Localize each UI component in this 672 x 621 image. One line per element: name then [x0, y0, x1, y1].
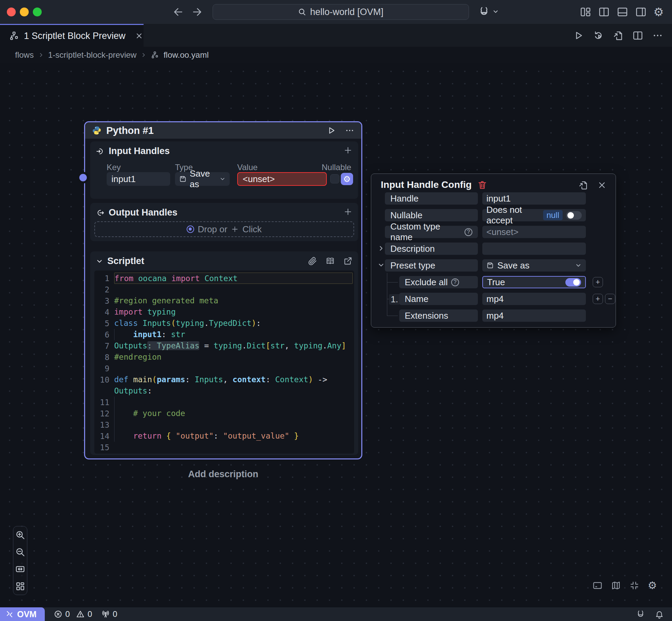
indent-guide	[114, 397, 115, 442]
chevron-right-icon[interactable]	[377, 245, 385, 252]
breadcrumb-separator-icon	[38, 52, 44, 58]
tree-connector	[387, 273, 387, 316]
node-header[interactable]: Python #1	[85, 122, 361, 139]
command-search-bar[interactable]: hello-world [OVM]	[213, 4, 469, 20]
code-line[interactable]: 3#region generated meta	[94, 295, 354, 306]
settings-gear-icon[interactable]: ⚙	[654, 6, 664, 18]
canvas-zoom-toolbar	[13, 526, 27, 595]
canvas-settings-icon[interactable]: ⚙	[648, 580, 657, 591]
code-line[interactable]: 5class Inputs(typing.TypedDict):	[94, 318, 354, 329]
tab-close-icon[interactable]	[135, 32, 143, 40]
exclude-all-toggle[interactable]	[565, 278, 581, 287]
open-external-icon[interactable]	[343, 256, 353, 266]
help-icon[interactable]: ?	[451, 278, 459, 286]
split-columns-icon[interactable]	[598, 6, 610, 18]
handle-value-input[interactable]: <unset>	[237, 172, 327, 186]
input-handle-config-panel: Input Handle Config Handle input1 Nullab…	[371, 174, 616, 328]
add-input-handle-icon[interactable]	[343, 146, 353, 155]
handle-config-gear-button[interactable]: ⚙	[341, 173, 353, 185]
assistant-cat-icon[interactable]	[636, 609, 645, 619]
rerun-icon[interactable]	[593, 30, 604, 41]
layout-grid-icon[interactable]	[580, 6, 591, 18]
handle-key-input[interactable]: input1	[107, 172, 170, 186]
zoom-out-icon[interactable]	[15, 547, 25, 557]
node-more-icon[interactable]	[345, 126, 354, 135]
breadcrumb-item-folder[interactable]: 1-scriptlet-block-preview	[48, 50, 137, 60]
custom-type-input[interactable]: <unset>	[482, 226, 586, 238]
extensions-input[interactable]: mp4	[482, 309, 586, 322]
code-line[interactable]: 10def main(params: Inputs, context: Cont…	[94, 374, 354, 385]
back-icon[interactable]	[173, 6, 184, 18]
tab-scriptlet-block-preview[interactable]: 1 Scriptlet Block Preview	[0, 24, 144, 47]
auto-layout-icon[interactable]	[15, 581, 25, 591]
docs-book-icon[interactable]	[325, 256, 335, 266]
name-input[interactable]: mp4	[482, 293, 586, 305]
add-entry-button[interactable]: +	[593, 294, 603, 304]
minimap-icon[interactable]	[611, 580, 621, 591]
minimize-window-button[interactable]	[20, 8, 29, 16]
description-input[interactable]	[482, 243, 586, 255]
close-window-button[interactable]	[7, 8, 16, 16]
code-line[interactable]: 14 return { "output": "output_value" }	[94, 430, 354, 442]
add-output-handle-icon[interactable]	[343, 207, 353, 217]
zoom-in-icon[interactable]	[15, 530, 25, 540]
add-type-entry-button[interactable]: +	[593, 277, 603, 287]
code-line[interactable]: Outputs:	[94, 385, 354, 397]
python-node[interactable]: Python #1 Input Handles Key Type Value N…	[84, 121, 362, 459]
add-description-button[interactable]: Add description	[188, 469, 258, 480]
close-panel-icon[interactable]	[597, 180, 607, 190]
code-line[interactable]: 13	[94, 419, 354, 430]
handle-name-input[interactable]: input1	[482, 192, 586, 205]
code-editor[interactable]: 1from oocana import Context23#region gen…	[94, 271, 354, 454]
broadcast-indicator[interactable]: 0	[101, 609, 117, 619]
nullable-label: Nullable	[385, 209, 478, 221]
handle-type-select[interactable]: Save as	[175, 172, 230, 186]
remove-entry-button[interactable]: −	[605, 294, 615, 304]
code-line[interactable]: 7Outputs: TypeAlias = typing.Dict[str, t…	[94, 340, 354, 351]
nullable-toggle[interactable]	[566, 211, 582, 220]
export-file-icon[interactable]	[613, 30, 623, 41]
copy-config-icon[interactable]	[578, 180, 588, 190]
config-panel-title: Input Handle Config	[381, 179, 472, 190]
code-line[interactable]: 2	[94, 284, 354, 295]
tab-title: 1 Scriptlet Block Preview	[24, 31, 125, 41]
run-flow-icon[interactable]	[573, 30, 584, 41]
split-editor-icon[interactable]	[632, 30, 643, 41]
panel-right-icon[interactable]	[635, 6, 647, 18]
preset-type-select[interactable]: Save as	[482, 259, 586, 272]
code-line[interactable]: 11	[94, 397, 354, 408]
code-line[interactable]: 6 input1: str	[94, 329, 354, 340]
fit-width-icon[interactable]	[15, 564, 25, 574]
preview-panel-icon[interactable]	[592, 580, 603, 591]
code-line[interactable]: 8#endregion	[94, 351, 354, 363]
code-line[interactable]: 9	[94, 363, 354, 374]
exclude-all-label: Exclude all ?	[399, 276, 478, 288]
assistant-cat-icon	[478, 5, 490, 18]
nullable-checkbox[interactable]	[330, 174, 339, 183]
chevron-down-icon[interactable]	[377, 261, 385, 269]
delete-handle-trash-icon[interactable]	[477, 180, 487, 190]
notifications-bell-icon[interactable]	[655, 610, 664, 619]
problems-indicator[interactable]: 0 0	[54, 609, 92, 619]
panel-bottom-icon[interactable]	[617, 6, 628, 18]
input-connection-port[interactable]	[77, 172, 89, 183]
more-actions-icon[interactable]	[652, 30, 663, 41]
code-line[interactable]: 12 # your code	[94, 408, 354, 419]
save-as-icon	[486, 262, 494, 269]
code-line[interactable]: 15	[94, 442, 354, 453]
code-line[interactable]: 1from oocana import Context	[94, 273, 354, 284]
maximize-window-button[interactable]	[33, 8, 42, 16]
code-line[interactable]: 4import typing	[94, 306, 354, 318]
collapse-chevron-icon[interactable]	[96, 258, 103, 265]
help-icon[interactable]: ?	[465, 228, 472, 236]
forward-icon[interactable]	[191, 6, 203, 18]
flow-canvas[interactable]: Python #1 Input Handles Key Type Value N…	[0, 63, 672, 607]
breadcrumb-item-file[interactable]: flow.oo.yaml	[163, 50, 209, 60]
attachment-icon[interactable]	[308, 256, 317, 266]
assistant-menu[interactable]	[478, 5, 499, 18]
breadcrumb-item-flows[interactable]: flows	[15, 50, 34, 60]
remote-indicator[interactable]: OVM	[0, 607, 45, 621]
run-node-icon[interactable]	[326, 126, 336, 135]
output-drop-zone[interactable]: Drop or Click	[94, 221, 354, 237]
fit-view-icon[interactable]	[629, 580, 640, 591]
